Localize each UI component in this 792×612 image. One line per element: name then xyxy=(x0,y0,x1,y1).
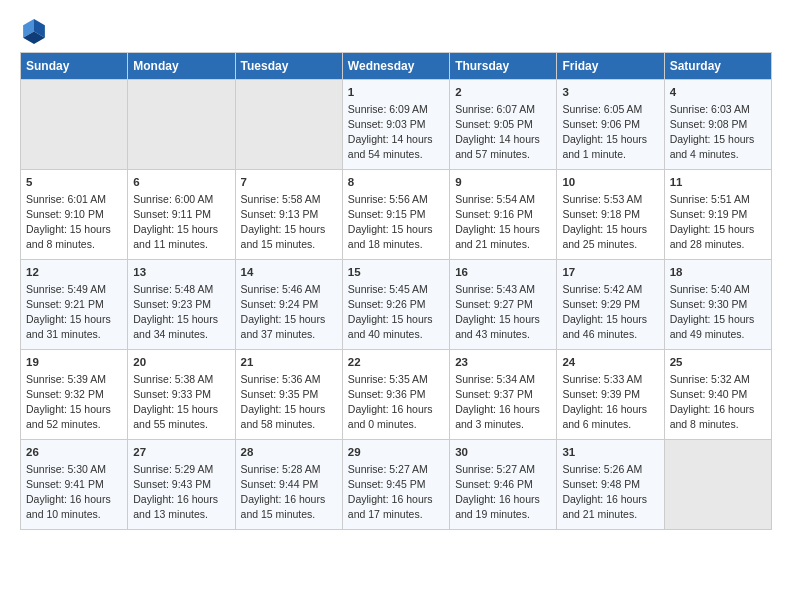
day-info: Daylight: 16 hours xyxy=(670,402,766,417)
calendar-cell: 3Sunrise: 6:05 AMSunset: 9:06 PMDaylight… xyxy=(557,80,664,170)
calendar-cell: 27Sunrise: 5:29 AMSunset: 9:43 PMDayligh… xyxy=(128,440,235,530)
day-info: Sunset: 9:19 PM xyxy=(670,207,766,222)
day-number: 30 xyxy=(455,444,551,461)
week-row-4: 19Sunrise: 5:39 AMSunset: 9:32 PMDayligh… xyxy=(21,350,772,440)
day-info: and 15 minutes. xyxy=(241,237,337,252)
calendar-header: SundayMondayTuesdayWednesdayThursdayFrid… xyxy=(21,53,772,80)
day-info: Daylight: 16 hours xyxy=(455,402,551,417)
day-info: Sunrise: 5:26 AM xyxy=(562,462,658,477)
day-info: Daylight: 15 hours xyxy=(133,312,229,327)
calendar-cell: 31Sunrise: 5:26 AMSunset: 9:48 PMDayligh… xyxy=(557,440,664,530)
day-number: 25 xyxy=(670,354,766,371)
day-info: Sunrise: 6:07 AM xyxy=(455,102,551,117)
day-info: Sunset: 9:29 PM xyxy=(562,297,658,312)
day-info: and 37 minutes. xyxy=(241,327,337,342)
day-info: Daylight: 14 hours xyxy=(455,132,551,147)
day-info: Daylight: 15 hours xyxy=(562,222,658,237)
day-info: Sunset: 9:33 PM xyxy=(133,387,229,402)
calendar-cell: 29Sunrise: 5:27 AMSunset: 9:45 PMDayligh… xyxy=(342,440,449,530)
day-number: 13 xyxy=(133,264,229,281)
week-row-2: 5Sunrise: 6:01 AMSunset: 9:10 PMDaylight… xyxy=(21,170,772,260)
day-info: and 28 minutes. xyxy=(670,237,766,252)
day-info: Sunrise: 5:39 AM xyxy=(26,372,122,387)
column-header-saturday: Saturday xyxy=(664,53,771,80)
day-info: Daylight: 15 hours xyxy=(348,222,444,237)
day-info: Daylight: 16 hours xyxy=(348,492,444,507)
day-info: and 6 minutes. xyxy=(562,417,658,432)
column-header-thursday: Thursday xyxy=(450,53,557,80)
day-info: Daylight: 15 hours xyxy=(133,222,229,237)
day-info: Sunrise: 6:01 AM xyxy=(26,192,122,207)
day-info: Sunrise: 5:45 AM xyxy=(348,282,444,297)
calendar-table: SundayMondayTuesdayWednesdayThursdayFrid… xyxy=(20,52,772,530)
day-number: 22 xyxy=(348,354,444,371)
day-info: and 54 minutes. xyxy=(348,147,444,162)
calendar-cell xyxy=(664,440,771,530)
day-info: Daylight: 15 hours xyxy=(241,402,337,417)
day-info: Sunset: 9:24 PM xyxy=(241,297,337,312)
day-info: Sunrise: 5:49 AM xyxy=(26,282,122,297)
calendar-cell: 1Sunrise: 6:09 AMSunset: 9:03 PMDaylight… xyxy=(342,80,449,170)
day-number: 3 xyxy=(562,84,658,101)
day-info: Sunrise: 5:46 AM xyxy=(241,282,337,297)
calendar-cell xyxy=(21,80,128,170)
day-number: 7 xyxy=(241,174,337,191)
day-info: Daylight: 15 hours xyxy=(670,222,766,237)
day-info: Sunset: 9:08 PM xyxy=(670,117,766,132)
calendar-cell: 20Sunrise: 5:38 AMSunset: 9:33 PMDayligh… xyxy=(128,350,235,440)
day-number: 20 xyxy=(133,354,229,371)
day-info: Sunset: 9:23 PM xyxy=(133,297,229,312)
day-number: 4 xyxy=(670,84,766,101)
calendar-cell: 5Sunrise: 6:01 AMSunset: 9:10 PMDaylight… xyxy=(21,170,128,260)
day-info: Sunset: 9:40 PM xyxy=(670,387,766,402)
day-number: 17 xyxy=(562,264,658,281)
day-info: Sunset: 9:44 PM xyxy=(241,477,337,492)
day-info: and 19 minutes. xyxy=(455,507,551,522)
day-info: Daylight: 16 hours xyxy=(562,492,658,507)
day-info: and 15 minutes. xyxy=(241,507,337,522)
day-info: Daylight: 14 hours xyxy=(348,132,444,147)
day-info: and 57 minutes. xyxy=(455,147,551,162)
calendar-cell: 9Sunrise: 5:54 AMSunset: 9:16 PMDaylight… xyxy=(450,170,557,260)
day-number: 12 xyxy=(26,264,122,281)
day-info: Daylight: 15 hours xyxy=(348,312,444,327)
day-info: Daylight: 15 hours xyxy=(133,402,229,417)
day-number: 31 xyxy=(562,444,658,461)
calendar-cell: 25Sunrise: 5:32 AMSunset: 9:40 PMDayligh… xyxy=(664,350,771,440)
calendar-cell: 10Sunrise: 5:53 AMSunset: 9:18 PMDayligh… xyxy=(557,170,664,260)
day-info: Sunset: 9:45 PM xyxy=(348,477,444,492)
calendar-cell xyxy=(235,80,342,170)
day-info: Sunrise: 6:05 AM xyxy=(562,102,658,117)
day-info: and 1 minute. xyxy=(562,147,658,162)
day-info: Daylight: 16 hours xyxy=(455,492,551,507)
day-info: Sunrise: 5:42 AM xyxy=(562,282,658,297)
day-info: Sunset: 9:16 PM xyxy=(455,207,551,222)
logo-icon xyxy=(20,16,48,44)
day-number: 6 xyxy=(133,174,229,191)
day-info: Sunrise: 6:09 AM xyxy=(348,102,444,117)
day-number: 28 xyxy=(241,444,337,461)
day-info: Sunrise: 5:36 AM xyxy=(241,372,337,387)
day-info: Sunset: 9:30 PM xyxy=(670,297,766,312)
calendar-cell: 16Sunrise: 5:43 AMSunset: 9:27 PMDayligh… xyxy=(450,260,557,350)
day-info: Sunrise: 5:48 AM xyxy=(133,282,229,297)
day-info: Sunrise: 5:27 AM xyxy=(348,462,444,477)
day-info: Sunset: 9:35 PM xyxy=(241,387,337,402)
calendar-cell: 22Sunrise: 5:35 AMSunset: 9:36 PMDayligh… xyxy=(342,350,449,440)
day-info: Sunrise: 5:56 AM xyxy=(348,192,444,207)
day-info: and 0 minutes. xyxy=(348,417,444,432)
calendar-cell: 23Sunrise: 5:34 AMSunset: 9:37 PMDayligh… xyxy=(450,350,557,440)
calendar-cell: 13Sunrise: 5:48 AMSunset: 9:23 PMDayligh… xyxy=(128,260,235,350)
day-number: 1 xyxy=(348,84,444,101)
day-number: 5 xyxy=(26,174,122,191)
day-number: 11 xyxy=(670,174,766,191)
day-info: Sunrise: 5:58 AM xyxy=(241,192,337,207)
day-info: and 34 minutes. xyxy=(133,327,229,342)
column-header-sunday: Sunday xyxy=(21,53,128,80)
day-info: and 43 minutes. xyxy=(455,327,551,342)
day-info: Sunset: 9:39 PM xyxy=(562,387,658,402)
day-info: and 8 minutes. xyxy=(26,237,122,252)
day-number: 23 xyxy=(455,354,551,371)
day-info: Sunset: 9:26 PM xyxy=(348,297,444,312)
calendar-cell: 28Sunrise: 5:28 AMSunset: 9:44 PMDayligh… xyxy=(235,440,342,530)
